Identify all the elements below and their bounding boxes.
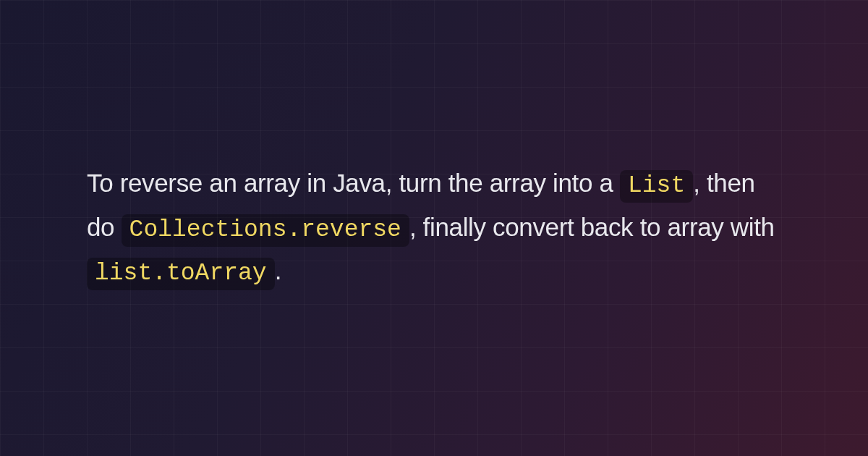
text-segment: . xyxy=(275,256,281,284)
content-wrapper: To reverse an array in Java, turn the ar… xyxy=(0,0,868,456)
instruction-paragraph: To reverse an array in Java, turn the ar… xyxy=(87,162,781,293)
code-collections-reverse: Collections.reverse xyxy=(122,214,409,247)
text-segment: , finally convert back to array with xyxy=(409,213,775,241)
code-list-toarray: list.toArray xyxy=(87,258,275,290)
text-segment: To reverse an array in Java, turn the ar… xyxy=(87,169,620,197)
code-list: List xyxy=(620,170,693,203)
